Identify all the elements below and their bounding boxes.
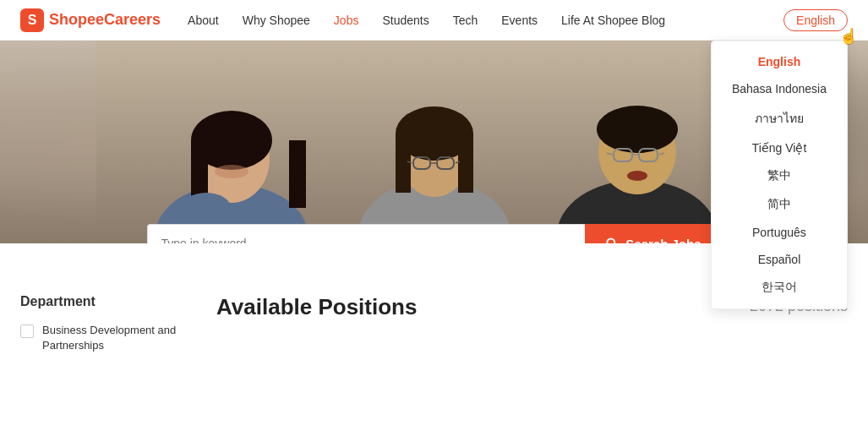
svg-rect-11	[396, 134, 411, 193]
sidebar: Department Business Development and Part…	[20, 294, 189, 360]
svg-point-26	[627, 171, 647, 181]
nav-life-at-shopee[interactable]: Life At Shopee Blog	[561, 14, 665, 27]
language-button[interactable]: English	[783, 9, 848, 31]
logo-text: ShopeeCareers	[49, 11, 161, 29]
lang-item-korean[interactable]: 한국어	[712, 273, 847, 302]
nav-events[interactable]: Events	[501, 14, 538, 27]
search-icon	[605, 237, 619, 243]
logo-icon: S	[20, 8, 44, 32]
available-positions-title: Available Positions	[216, 294, 417, 320]
svg-point-6	[215, 165, 248, 178]
svg-point-7	[181, 193, 232, 226]
nav-jobs[interactable]: Jobs	[334, 14, 359, 27]
nav-students[interactable]: Students	[382, 14, 429, 27]
lang-item-thai[interactable]: ภาษาไทย	[712, 102, 847, 134]
lang-item-spanish[interactable]: Español	[712, 246, 847, 273]
lang-item-vietnamese[interactable]: Tiếng Việt	[712, 134, 847, 161]
logo[interactable]: S ShopeeCareers	[20, 8, 161, 32]
lang-item-bahasa[interactable]: Bahasa Indonesia	[712, 75, 847, 102]
svg-point-27	[608, 238, 615, 243]
dept-label-biz-dev: Business Development and Partnerships	[42, 323, 189, 353]
lang-item-traditional-chinese[interactable]: 繁中	[712, 161, 847, 190]
nav-why-shopee[interactable]: Why Shopee	[243, 14, 310, 27]
nav-about[interactable]: About	[188, 14, 219, 27]
department-title: Department	[20, 294, 189, 309]
nav-links: About Why Shopee Jobs Students Tech Even…	[188, 14, 783, 27]
dept-checkbox-biz-dev[interactable]	[20, 325, 34, 338]
lang-item-simplified-chinese[interactable]: 简中	[712, 190, 847, 219]
dept-item-biz-dev: Business Development and Partnerships	[20, 323, 189, 353]
language-dropdown: English Bahasa Indonesia ภาษาไทย Tiếng V…	[711, 41, 848, 309]
lang-item-portuguese[interactable]: Português	[712, 219, 847, 246]
lang-item-english[interactable]: English	[712, 48, 847, 75]
svg-rect-12	[458, 134, 473, 193]
search-button[interactable]: Search Jobs	[585, 224, 721, 243]
svg-rect-5	[289, 140, 306, 208]
hero-illustration	[96, 41, 772, 243]
search-input[interactable]	[147, 224, 586, 243]
navbar: S ShopeeCareers About Why Shopee Jobs St…	[0, 0, 868, 41]
search-section: Search Jobs	[147, 224, 722, 243]
nav-tech[interactable]: Tech	[453, 14, 478, 27]
svg-point-20	[597, 106, 678, 153]
